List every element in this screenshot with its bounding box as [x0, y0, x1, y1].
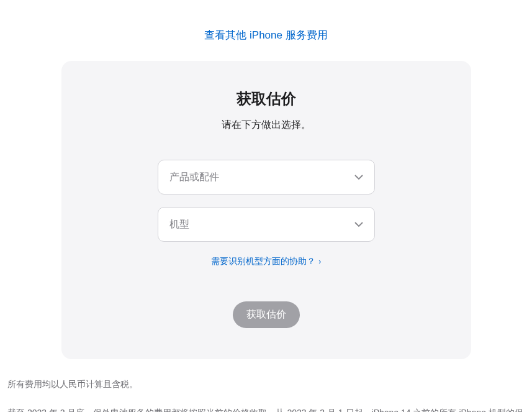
top-link-row: 查看其他 iPhone 服务费用 [6, 0, 526, 61]
help-link-row: 需要识别机型方面的协助？ › [86, 255, 446, 267]
chevron-down-icon [354, 222, 363, 227]
price-change-note: 截至 2023 年 2 月底，保外电池服务的费用都将按照当前的价格收取。从 20… [6, 405, 526, 412]
get-estimate-button[interactable]: 获取估价 [233, 301, 300, 328]
card-title: 获取估价 [86, 89, 446, 109]
estimate-card: 获取估价 请在下方做出选择。 产品或配件 机型 需要识别机型方面的协助？ › [61, 61, 471, 359]
card-subtitle: 请在下方做出选择。 [86, 119, 446, 132]
currency-note: 所有费用均以人民币计算且含税。 [6, 378, 526, 391]
model-select-placeholder: 机型 [169, 218, 189, 231]
model-select[interactable]: 机型 [158, 207, 375, 242]
other-service-fee-link[interactable]: 查看其他 iPhone 服务费用 [204, 29, 327, 41]
chevron-down-icon [354, 175, 363, 180]
identify-model-help-link[interactable]: 需要识别机型方面的协助？ › [211, 256, 321, 266]
product-select-placeholder: 产品或配件 [169, 171, 219, 184]
product-select[interactable]: 产品或配件 [158, 160, 375, 195]
